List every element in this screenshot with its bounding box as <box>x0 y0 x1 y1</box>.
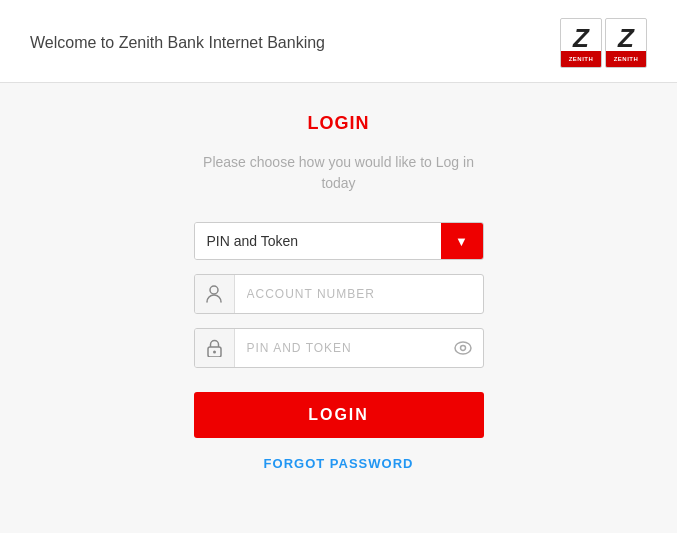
select-value: PIN and Token <box>195 223 441 259</box>
logo-card-left: Z ZENITH <box>560 18 602 68</box>
account-icon <box>195 275 235 313</box>
svg-point-2 <box>213 351 216 354</box>
lock-icon <box>195 329 235 367</box>
select-arrow-button[interactable]: ▼ <box>441 223 483 259</box>
login-button[interactable]: LOGIN <box>194 392 484 438</box>
svg-point-4 <box>460 346 465 351</box>
logo-card-right: Z ZENITH <box>605 18 647 68</box>
main-content: LOGIN Please choose how you would like t… <box>0 83 677 501</box>
logo-z-right: Z <box>618 23 634 54</box>
forgot-password-link[interactable]: FORGOT PASSWORD <box>194 456 484 471</box>
header: Welcome to Zenith Bank Internet Banking … <box>0 0 677 82</box>
subtitle-line2: today <box>321 175 355 191</box>
subtitle-line1: Please choose how you would like to Log … <box>203 154 474 170</box>
pin-token-input[interactable] <box>235 331 443 365</box>
login-heading: LOGIN <box>308 113 370 134</box>
svg-point-0 <box>210 286 218 294</box>
header-title: Welcome to Zenith Bank Internet Banking <box>30 34 325 52</box>
account-number-input[interactable] <box>235 277 483 311</box>
eye-icon[interactable] <box>443 331 483 365</box>
account-number-input-wrapper <box>194 274 484 314</box>
pin-token-input-wrapper <box>194 328 484 368</box>
logo-z-left: Z <box>573 23 589 54</box>
login-type-select[interactable]: PIN and Token ▼ <box>194 222 484 260</box>
svg-point-3 <box>455 342 471 354</box>
chevron-down-icon: ▼ <box>455 234 468 249</box>
logo-label-left: ZENITH <box>569 56 594 62</box>
form-container: PIN and Token ▼ <box>194 222 484 471</box>
logo-wrap: Z ZENITH Z ZENITH <box>560 18 647 68</box>
logo-label-right: ZENITH <box>614 56 639 62</box>
subtitle: Please choose how you would like to Log … <box>203 152 474 194</box>
